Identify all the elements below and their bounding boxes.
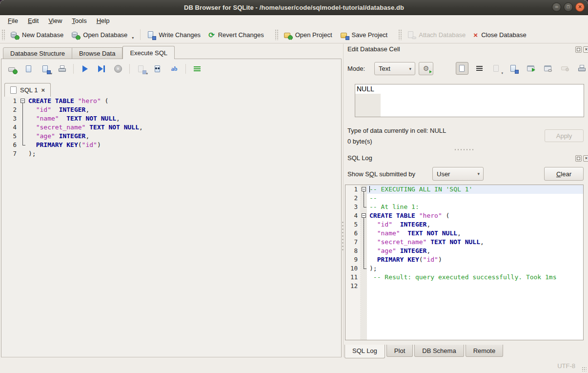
toolbar-drag-handle[interactable] [398, 29, 402, 40]
code-line[interactable]: 10); [345, 264, 583, 273]
open-database-button[interactable]: Open Database ▾ [67, 28, 138, 41]
link-icon [544, 65, 551, 71]
tab-database-structure[interactable]: Database Structure [3, 47, 72, 59]
code-line[interactable]: 6 PRIMARY KEY("id") [4, 141, 337, 149]
code-line[interactable]: 12 [345, 282, 583, 290]
menu-view[interactable]: View [44, 16, 66, 25]
code-line[interactable]: 11 -- Result: query executed successfull… [345, 273, 583, 282]
sql-log-filter-label: Show SQL submitted by [347, 170, 415, 178]
code-line[interactable]: 1-- EXECUTING ALL IN 'SQL 1' [345, 185, 583, 194]
float-dock-icon[interactable] [575, 46, 582, 53]
code-line[interactable]: 9 PRIMARY KEY("id") [345, 255, 583, 264]
close-button[interactable]: × [575, 2, 585, 12]
code-line[interactable]: 3-- At line 1: [345, 203, 583, 211]
print-cell-button[interactable] [575, 62, 588, 75]
apply-button: Apply [545, 129, 584, 142]
sql-log-editor[interactable]: 1-- EXECUTING ALL IN 'SQL 1'2--3-- At li… [345, 185, 584, 340]
dock-tab-plot[interactable]: Plot [386, 345, 413, 357]
close-dock-icon[interactable]: × [583, 155, 588, 162]
execute-line-icon [98, 65, 105, 72]
find-replace-button[interactable]: ab [168, 62, 181, 75]
cell-type-info: Type of data currently in cell: NULL [347, 127, 446, 134]
open-database-dropdown-icon[interactable]: ▾ [132, 36, 134, 41]
dock-tab-remote[interactable]: Remote [466, 345, 504, 357]
find-button[interactable] [151, 62, 164, 75]
close-database-button[interactable]: × Close Database [469, 28, 530, 41]
menu-file[interactable]: File [4, 16, 22, 25]
close-database-icon: × [473, 31, 478, 39]
toolbar-separator [73, 64, 74, 74]
resize-grip-icon[interactable] [582, 367, 587, 372]
word-wrap-button[interactable] [473, 62, 486, 75]
main-toolbar: New Database Open Database ▾ Write Chang… [0, 26, 588, 43]
clear-log-button[interactable]: Clear [544, 167, 584, 181]
text-mode-button[interactable] [456, 62, 468, 75]
sql-log-filter-select[interactable]: User ▾ [432, 167, 484, 181]
code-line[interactable]: 4 "secret_name" TEXT NOT NULL, [4, 123, 337, 132]
save-sql-file-button[interactable]: ▾ [39, 62, 52, 75]
execute-all-button[interactable] [79, 62, 91, 75]
mode-select[interactable]: Text ▾ [374, 62, 415, 75]
open-database-icon [71, 31, 80, 39]
title-bar[interactable]: DB Browser for SQLite - /home/user/code/… [0, 0, 588, 15]
code-line[interactable]: 3 "name" TEXT NOT NULL, [4, 114, 337, 123]
stop-execution-button: × [112, 62, 124, 75]
minimize-button[interactable]: − [552, 2, 561, 12]
code-line[interactable]: 4CREATE TABLE "hero" ( [345, 211, 583, 220]
float-dock-icon[interactable] [575, 155, 582, 162]
code-line[interactable]: 7 "secret_name" TEXT NOT NULL, [345, 238, 583, 247]
tab-browse-data[interactable]: Browse Data [72, 47, 122, 59]
tab-execute-sql[interactable]: Execute SQL [122, 46, 175, 59]
execute-current-line-button[interactable] [95, 62, 108, 75]
code-line[interactable]: 2 "id" INTEGER, [4, 105, 337, 114]
apply-mode-button[interactable]: ⚙ [419, 62, 433, 75]
open-external-icon [527, 65, 534, 71]
open-external-button[interactable] [524, 62, 537, 75]
close-tab-icon[interactable]: × [41, 86, 45, 94]
code-line[interactable]: 6 "name" TEXT NOT NULL, [345, 229, 583, 238]
save-project-button[interactable]: Save Project [336, 28, 392, 41]
revert-changes-button[interactable]: ⟳ Revert Changes [204, 28, 268, 41]
horizontal-splitter[interactable] [454, 148, 474, 151]
set-null-icon [561, 66, 568, 70]
maximize-button[interactable]: □ [564, 2, 573, 12]
sql-log-title: SQL Log [347, 154, 372, 162]
window-title: DB Browser for SQLite - /home/user/code/… [184, 4, 404, 11]
dock-tab-sql-log[interactable]: SQL Log [345, 345, 385, 358]
export-data-icon [509, 64, 518, 73]
open-sql-file-button[interactable] [22, 62, 35, 75]
new-database-button[interactable]: New Database [6, 28, 67, 41]
minimize-icon: − [555, 3, 558, 10]
format-sql-button[interactable] [191, 62, 203, 75]
vertical-splitter[interactable] [342, 221, 344, 252]
toolbar-drag-handle[interactable] [1, 29, 5, 40]
export-data-button[interactable] [507, 62, 520, 75]
word-wrap-icon [476, 66, 483, 71]
code-line[interactable]: 2-- [345, 194, 583, 203]
sql-document-tab[interactable]: SQL 1 × [4, 83, 51, 97]
menu-edit[interactable]: Edit [24, 16, 42, 25]
attach-database-button: Attach Database [403, 28, 469, 41]
menu-tools[interactable]: Tools [68, 16, 90, 25]
mode-label: Mode: [347, 65, 365, 72]
open-project-button[interactable]: Open Project [280, 28, 336, 41]
write-changes-button[interactable]: Write Changes [143, 28, 204, 41]
menu-help[interactable]: Help [93, 16, 114, 25]
close-dock-icon[interactable]: × [583, 46, 588, 53]
toolbar-drag-handle[interactable] [275, 29, 278, 40]
code-line[interactable]: 1CREATE TABLE "hero" ( [4, 97, 337, 105]
cell-value-editor[interactable]: NULL [355, 84, 584, 117]
code-line[interactable]: 5 "age" INTEGER, [4, 132, 337, 141]
code-line[interactable]: 7); [4, 149, 337, 158]
print-icon [59, 65, 66, 72]
dock-tab-db-schema[interactable]: DB Schema [414, 345, 464, 357]
open-file-icon [25, 65, 33, 73]
close-icon: × [578, 3, 582, 10]
open-sql-tab-button[interactable] [6, 62, 19, 75]
code-line[interactable]: 8 "age" INTEGER, [345, 247, 583, 255]
save-file-dropdown-icon[interactable]: ▾ [50, 72, 52, 76]
link-cell-button[interactable] [541, 62, 554, 75]
code-line[interactable]: 5 "id" INTEGER, [345, 220, 583, 229]
pane-divider [343, 44, 344, 357]
print-sql-button[interactable] [56, 62, 68, 75]
